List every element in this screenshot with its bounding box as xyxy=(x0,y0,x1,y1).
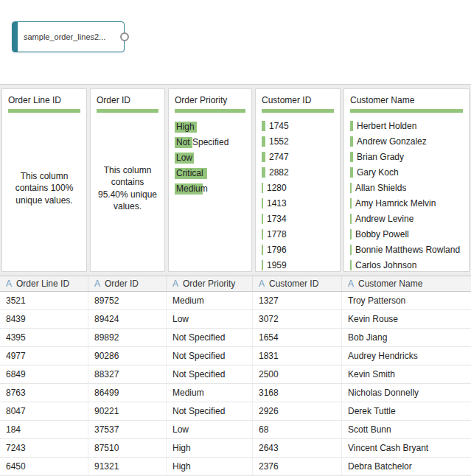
value-frequency-item[interactable]: Medium xyxy=(175,181,245,197)
grid-header-customer-name[interactable]: ACustomer Name xyxy=(342,276,471,291)
table-row[interactable]: 876386499Medium3168Nicholas Donnelly xyxy=(0,384,471,402)
grid-cell[interactable]: Vincent Cash Bryant xyxy=(342,439,471,457)
grid-cell[interactable]: Troy Patterson xyxy=(342,292,471,309)
grid-cell[interactable]: 2926 xyxy=(253,402,342,420)
value-frequency-item[interactable]: Not Specified xyxy=(175,135,245,150)
grid-cell[interactable]: 7243 xyxy=(0,439,88,457)
value-frequency-item[interactable]: Andrew Levine xyxy=(350,211,463,226)
value-frequency-item[interactable]: Gary Koch xyxy=(350,164,463,180)
grid-cell[interactable]: 90286 xyxy=(88,347,167,365)
grid-cell[interactable]: 37537 xyxy=(88,421,167,438)
grid-cell[interactable]: 6849 xyxy=(0,365,88,383)
value-frequency-item[interactable]: 2747 xyxy=(262,149,334,164)
table-row[interactable]: 843989424Low3072Kevin Rouse xyxy=(0,310,471,329)
grid-header-order-priority[interactable]: AOrder Priority xyxy=(167,276,253,291)
grid-cell[interactable]: 2500 xyxy=(253,365,342,383)
value-frequency-item[interactable]: 1745 xyxy=(262,118,334,133)
grid-cell[interactable]: Not Specified xyxy=(167,347,253,365)
grid-cell[interactable]: 1654 xyxy=(253,329,342,346)
value-frequency-item[interactable]: 1734 xyxy=(262,211,334,226)
table-row[interactable]: 352189752Medium1327Troy Patterson xyxy=(0,292,471,310)
grid-cell[interactable]: Nicholas Donnelly xyxy=(342,384,471,402)
grid-cell[interactable]: 8439 xyxy=(0,310,88,328)
profile-card-customer-id[interactable]: Customer ID17451552274728821280141317341… xyxy=(255,88,341,272)
grid-cell[interactable]: Not Specified xyxy=(167,402,253,420)
value-frequency-item[interactable]: Allan Shields xyxy=(350,180,463,195)
frequency-tick xyxy=(262,121,265,131)
grid-cell[interactable]: 2376 xyxy=(253,458,342,475)
grid-cell[interactable]: 89424 xyxy=(88,310,167,328)
grid-cell[interactable]: High xyxy=(167,458,253,475)
grid-cell[interactable]: Low xyxy=(167,310,253,328)
grid-cell[interactable]: Scott Bunn xyxy=(342,421,471,438)
value-frequency-item[interactable]: 1280 xyxy=(262,180,334,195)
grid-cell[interactable]: Not Specified xyxy=(167,365,253,383)
profile-card-customer-name[interactable]: Customer NameHerbert HoldenAndrew Gonzal… xyxy=(343,88,470,272)
grid-header-order-id[interactable]: AOrder ID xyxy=(88,276,167,291)
value-frequency-item[interactable]: 1552 xyxy=(262,133,334,149)
node-output-port-icon[interactable] xyxy=(120,32,129,41)
grid-header-customer-id[interactable]: ACustomer ID xyxy=(253,276,342,291)
value-frequency-item[interactable]: Low xyxy=(175,150,245,166)
grid-cell[interactable]: 88327 xyxy=(88,365,167,383)
value-frequency-item[interactable]: 2882 xyxy=(262,164,334,180)
grid-cell[interactable]: 4977 xyxy=(0,347,88,365)
value-frequency-item[interactable]: Bonnie Matthews Rowland xyxy=(350,242,463,257)
value-frequency-item[interactable]: High xyxy=(175,119,245,135)
grid-cell[interactable]: Derek Tuttle xyxy=(342,402,471,420)
value-frequency-item[interactable]: Critical xyxy=(175,166,245,181)
grid-cell[interactable]: 8763 xyxy=(0,384,88,402)
value-frequency-item[interactable]: 1796 xyxy=(262,242,334,257)
table-row[interactable]: 497790286Not Specified1831Audrey Hendric… xyxy=(0,347,471,365)
frequency-tick xyxy=(350,198,352,209)
grid-cell[interactable]: Medium xyxy=(167,292,253,309)
value-frequency-item[interactable]: 1413 xyxy=(262,195,334,211)
table-row[interactable]: 439589892Not Specified1654Bob Jiang xyxy=(0,329,471,347)
grid-cell[interactable]: Kevin Rouse xyxy=(342,310,471,328)
table-row[interactable]: 645091321High2376Debra Batchelor xyxy=(0,458,471,476)
grid-cell[interactable]: 1831 xyxy=(253,347,342,365)
grid-cell[interactable]: High xyxy=(167,439,253,457)
value-frequency-item[interactable]: Carlos Johnson xyxy=(350,257,463,272)
grid-cell[interactable]: 89892 xyxy=(88,329,167,346)
grid-cell[interactable]: Kevin Smith xyxy=(342,365,471,383)
profile-card-order-line-id[interactable]: Order Line IDThis column contains 100% u… xyxy=(1,88,87,272)
value-frequency-item[interactable]: Brian Grady xyxy=(350,149,463,164)
value-frequency-item[interactable]: 1959 xyxy=(262,257,334,272)
value-frequency-item[interactable]: Herbert Holden xyxy=(350,118,463,133)
grid-cell[interactable]: Low xyxy=(167,421,253,438)
table-row[interactable]: 724387510High2643Vincent Cash Bryant xyxy=(0,439,471,458)
table-row[interactable]: 18437537Low68Scott Bunn xyxy=(0,421,471,439)
grid-cell[interactable]: Bob Jiang xyxy=(342,329,471,346)
grid-cell[interactable]: 68 xyxy=(253,421,342,438)
grid-cell[interactable]: 90221 xyxy=(88,402,167,420)
grid-cell[interactable]: 89752 xyxy=(88,292,167,309)
profile-card-order-id[interactable]: Order IDThis column contains 95.40% uniq… xyxy=(90,88,165,272)
grid-cell[interactable]: 8047 xyxy=(0,402,88,420)
frequency-tick xyxy=(262,245,263,255)
grid-cell[interactable]: 91321 xyxy=(88,458,167,475)
value-frequency-item[interactable]: Andrew Gonzalez xyxy=(350,133,463,149)
grid-header-order-line-id[interactable]: AOrder Line ID xyxy=(0,276,88,291)
grid-cell[interactable]: Medium xyxy=(167,384,253,402)
grid-cell[interactable]: 3521 xyxy=(0,292,88,309)
grid-cell[interactable]: Debra Batchelor xyxy=(342,458,471,475)
grid-cell[interactable]: 3072 xyxy=(253,310,342,328)
grid-cell[interactable]: 87510 xyxy=(88,439,167,457)
grid-cell[interactable]: 2643 xyxy=(253,439,342,457)
table-row[interactable]: 684988327Not Specified2500Kevin Smith xyxy=(0,365,471,384)
value-frequency-item[interactable]: Amy Hamrick Melvin xyxy=(350,195,463,211)
grid-cell[interactable]: 1327 xyxy=(253,292,342,309)
grid-cell[interactable]: 4395 xyxy=(0,329,88,346)
profile-card-order-priority[interactable]: Order PriorityHighNot SpecifiedLowCritic… xyxy=(168,88,252,272)
grid-cell[interactable]: 86499 xyxy=(88,384,167,402)
grid-cell[interactable]: 3168 xyxy=(253,384,342,402)
grid-cell[interactable]: 184 xyxy=(0,421,88,438)
grid-cell[interactable]: 6450 xyxy=(0,458,88,475)
grid-cell[interactable]: Audrey Hendricks xyxy=(342,347,471,365)
value-frequency-item[interactable]: 1778 xyxy=(262,226,334,242)
table-row[interactable]: 804790221Not Specified2926Derek Tuttle xyxy=(0,402,471,421)
flow-node-sample-order-lines[interactable]: sample_order_lines2... xyxy=(12,21,125,52)
grid-cell[interactable]: Not Specified xyxy=(167,329,253,346)
value-frequency-item[interactable]: Bobby Powell xyxy=(350,226,463,242)
